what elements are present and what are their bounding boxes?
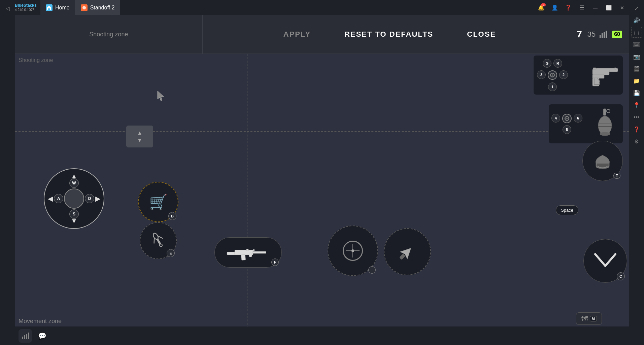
hud-ammo-area: 7 35 60 (577, 29, 622, 40)
notification-button[interactable]: 🔔 8 (536, 3, 546, 13)
sidebar-sound-icon[interactable]: 🔊 (631, 15, 642, 26)
space-key-label: Space (561, 208, 573, 213)
tab-game[interactable]: Standoff 2 (75, 0, 120, 15)
chat-button[interactable]: 💬 (35, 329, 49, 343)
menu-button[interactable]: ☰ (577, 3, 587, 13)
grenade-aim-icon (562, 114, 572, 123)
svg-rect-13 (241, 254, 245, 260)
aim-center-dot (351, 249, 354, 252)
jump-button[interactable]: Space (556, 205, 578, 215)
toolbar-buttons: APPLY RESET TO DEFAULTS CLOSE (203, 15, 577, 54)
aim-button[interactable] (328, 226, 378, 276)
aim-key-badge (368, 266, 376, 274)
shop-key-badge: B (168, 212, 176, 220)
titlebar-controls: 🔔 8 👤 ❓ ☰ — ⬜ ✕ ❯❯ (536, 3, 644, 13)
game-area: Shooting zone ▲ ▼ ▲ ▼ ◀ ▶ W S A D Move (15, 54, 629, 345)
pistol-key-row3: 1 (548, 82, 557, 91)
mouse-cursor-area (153, 88, 170, 104)
sidebar-location-icon[interactable]: 📍 (631, 100, 642, 110)
key-d: D (85, 194, 94, 203)
home-tab-label: Home (55, 5, 70, 11)
close-button[interactable]: ✕ (617, 3, 627, 13)
svg-rect-23 (614, 68, 616, 69)
key-a: A (54, 194, 63, 203)
sidebar-screenshot-icon[interactable]: 📷 (631, 51, 642, 62)
sidebar-settings-icon[interactable]: ⚙ (631, 136, 642, 147)
knife-button[interactable] (384, 228, 431, 275)
minimize-button[interactable]: — (590, 3, 600, 13)
aim-icon (343, 241, 363, 261)
helmet-key-badge: T (613, 173, 620, 179)
pliers-icon (149, 232, 168, 250)
sidebar-save-icon[interactable]: 💾 (631, 88, 642, 98)
ammo-current: 7 (577, 29, 582, 40)
primary-weapon-button[interactable]: F (214, 237, 282, 268)
helmet-button[interactable]: T (582, 141, 623, 181)
svg-rect-19 (592, 69, 609, 75)
svg-rect-10 (227, 252, 235, 255)
equipment-button[interactable]: E (140, 222, 177, 259)
svg-rect-17 (399, 254, 405, 260)
game-tab-label: Standoff 2 (90, 5, 115, 11)
horizontal-divider (15, 131, 629, 132)
toolbar: Shooting zone APPLY RESET TO DEFAULTS CL… (15, 15, 629, 54)
pistol-image (582, 62, 619, 89)
grenade-image-area (585, 107, 620, 141)
svg-rect-32 (26, 334, 27, 339)
tab-home[interactable]: Home (40, 0, 75, 15)
shop-button[interactable]: 🛒 B (138, 182, 178, 222)
svg-rect-12 (252, 251, 266, 253)
svg-rect-22 (593, 68, 596, 69)
notification-badge: 8 (541, 3, 546, 6)
joystick-center (64, 188, 84, 209)
titlebar: BlueStacks 4.240.0.1075 Home Standoff 2 … (0, 0, 644, 15)
key-s: S (69, 209, 79, 219)
key-6: 6 (574, 114, 582, 123)
svg-line-9 (158, 234, 163, 240)
account-button[interactable]: 👤 (550, 3, 560, 13)
help-button[interactable]: ❓ (563, 3, 573, 13)
joystick-arrow-left: ◀ (48, 195, 53, 203)
apply-button[interactable]: APPLY (277, 27, 317, 41)
arrow-down-icon: ▼ (137, 137, 142, 143)
crouch-button[interactable]: C (583, 239, 627, 283)
reset-button[interactable]: RESET TO DEFAULTS (338, 27, 440, 41)
svg-rect-14 (249, 253, 252, 257)
grenade-keys: 4 6 5 (551, 114, 582, 134)
shop-icon: 🛒 (149, 193, 168, 211)
maximize-button[interactable]: ⬜ (604, 3, 614, 13)
equipment-key-badge: E (167, 249, 175, 257)
map-icon: 🗺 (581, 315, 588, 322)
joystick-arrow-right: ▶ (95, 195, 100, 203)
bar1 (600, 35, 601, 38)
sidebar-resize-icon[interactable]: ⤢ (631, 3, 642, 13)
pistol-row: G R 3 2 1 (537, 59, 619, 91)
sidebar-more-icon[interactable]: ••• (631, 112, 642, 123)
home-tab-icon (46, 4, 53, 11)
svg-point-4 (82, 6, 86, 9)
crouch-key-badge: C (617, 272, 625, 280)
sidebar-keyboard-icon[interactable]: ⌨ (631, 39, 642, 50)
sidebar-display-icon[interactable]: ⬚ (631, 27, 642, 38)
zone-divider-control[interactable]: ▲ ▼ (126, 126, 153, 147)
knife-icon (396, 240, 419, 264)
ammo-bars (600, 31, 607, 38)
ammo-total: 35 (587, 30, 596, 39)
key-4: 4 (551, 114, 560, 123)
grenade-key-top: 4 6 (551, 114, 582, 123)
stats-button[interactable] (19, 329, 32, 343)
svg-rect-30 (22, 337, 23, 339)
key-g: G (543, 59, 551, 68)
sidebar-folder-icon[interactable]: 📁 (631, 75, 642, 86)
map-button[interactable]: 🗺 M (576, 312, 602, 325)
sidebar-record-icon[interactable]: 🎬 (631, 63, 642, 74)
weapon-key-badge: F (271, 258, 279, 266)
svg-point-29 (600, 132, 610, 136)
movement-joystick[interactable]: ▲ ▼ ◀ ▶ W S A D (44, 168, 104, 229)
pistol-key-row2: 3 2 (537, 70, 568, 80)
left-sidebar: ◁ (0, 0, 15, 345)
bar2 (602, 33, 603, 38)
sidebar-help-icon[interactable]: ❓ (631, 124, 642, 135)
close-button[interactable]: CLOSE (460, 27, 503, 41)
vertical-divider (247, 54, 247, 345)
